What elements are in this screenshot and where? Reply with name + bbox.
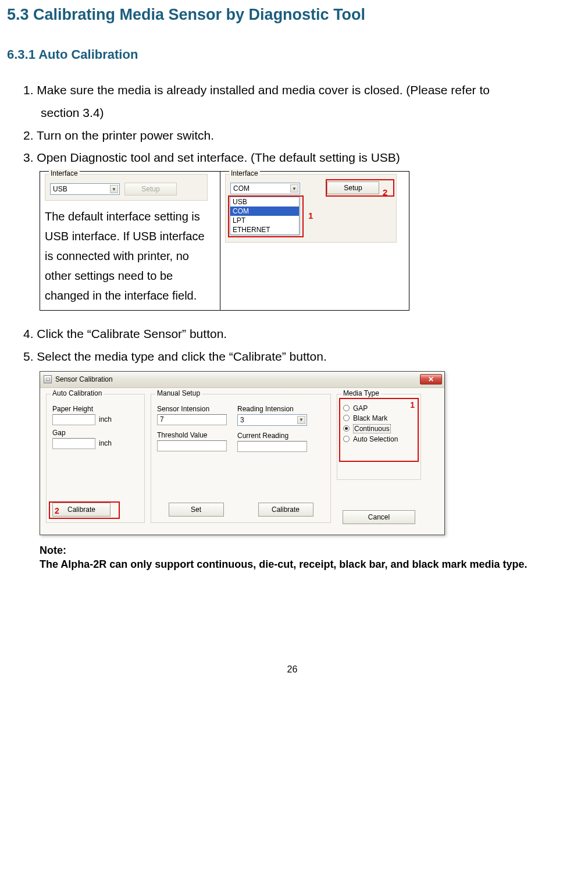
unit-label: inch — [99, 415, 112, 423]
manual-setup-group: Manual Setup Sensor Intension 7 Threshol… — [151, 394, 331, 523]
auto-calibration-group: Auto Calibration Paper Height inch Gap i… — [46, 394, 145, 523]
reading-intension-select[interactable]: 3 ▼ — [237, 414, 307, 426]
step-2: 2. Turn on the printer power switch. — [23, 125, 578, 147]
annotation-label-1: 1 — [308, 211, 313, 220]
step-1-cont: section 3.4) — [23, 102, 578, 124]
page-number: 26 — [7, 664, 578, 675]
option-lpt[interactable]: LPT — [230, 216, 299, 225]
interface-select-usb[interactable]: USB ▼ — [50, 183, 120, 195]
step-text: 5. Select the media type and click the “… — [23, 350, 327, 363]
gap-label: Gap — [52, 429, 138, 437]
option-usb[interactable]: USB — [230, 197, 299, 207]
interface-options-list[interactable]: USB COM LPT ETHERNET — [230, 197, 300, 235]
threshold-value-label: Threshold Value — [157, 431, 227, 439]
current-reading-input[interactable] — [237, 441, 307, 452]
option-com[interactable]: COM — [230, 207, 299, 216]
button-label: Calibrate — [272, 506, 300, 514]
step-4: 4. Click the “Calibrate Sensor” button. — [23, 323, 578, 345]
dialog-titlebar: ☐ Sensor Calibration ✕ — [40, 372, 444, 388]
paper-height-input[interactable] — [52, 414, 95, 425]
button-label: Cancel — [368, 513, 390, 521]
sensor-intension-label: Sensor Intension — [157, 405, 227, 413]
group-label: Interface — [229, 169, 260, 177]
step-text: section 3.4) — [41, 106, 104, 119]
dialog-body: Auto Calibration Paper Height inch Gap i… — [40, 388, 444, 535]
chevron-down-icon: ▼ — [290, 184, 298, 193]
right-column: Media Type 1 GAP Black Mark Continuous — [337, 394, 421, 524]
interface-select-com[interactable]: COM ▼ — [230, 183, 300, 194]
button-label: Set — [191, 506, 201, 514]
step-text: 1. Make sure the media is already instal… — [23, 83, 490, 97]
step-1: 1. Make sure the media is already instal… — [23, 80, 578, 101]
select-value: USB — [53, 185, 67, 193]
option-ethernet[interactable]: ETHERNET — [230, 225, 299, 234]
unit-label: inch — [99, 439, 112, 447]
chevron-down-icon: ▼ — [297, 416, 305, 424]
step-text: 4. Click the “Calibrate Sensor” button. — [23, 327, 227, 340]
close-button[interactable]: ✕ — [420, 374, 442, 385]
media-type-group: Media Type 1 GAP Black Mark Continuous — [337, 394, 421, 480]
subsection-heading: 6.3.1 Auto Calibration — [7, 47, 578, 62]
annotation-box-1: USB COM LPT ETHERNET — [228, 195, 304, 237]
manual-calibrate-button[interactable]: Calibrate — [258, 503, 313, 517]
note-block: Note: The Alpha-2R can only support cont… — [40, 543, 569, 572]
set-button[interactable]: Set — [169, 503, 224, 517]
steps-block-2: 4. Click the “Calibrate Sensor” button. … — [7, 323, 578, 368]
note-heading: Note: — [40, 543, 569, 557]
interface-cell-usb: Interface USB ▼ Setup The default interf… — [40, 172, 220, 311]
annotation-label-1: 1 — [410, 400, 415, 410]
interface-desc: The default interface setting is USB int… — [45, 207, 215, 305]
app-icon: ☐ — [44, 375, 52, 383]
step-text: 2. Turn on the printer power switch. — [23, 129, 214, 142]
group-label: Auto Calibration — [51, 389, 104, 397]
reading-intension-label: Reading Intension — [237, 405, 307, 413]
section-heading: 5.3 Calibrating Media Sensor by Diagnost… — [7, 6, 578, 24]
close-icon: ✕ — [428, 375, 434, 383]
annotation-box-media — [339, 398, 419, 462]
cancel-button[interactable]: Cancel — [343, 510, 415, 524]
group-label: Interface — [49, 169, 80, 177]
interface-group-usb: Interface USB ▼ Setup — [45, 174, 208, 201]
step-text: 3. Open Diagnostic tool and set interfac… — [23, 151, 400, 164]
select-value: 3 — [240, 416, 244, 424]
setup-button[interactable]: Setup — [327, 181, 379, 194]
steps-block: 1. Make sure the media is already instal… — [7, 80, 578, 169]
sensor-intension-input[interactable]: 7 — [157, 414, 227, 425]
dialog-title: Sensor Calibration — [55, 375, 113, 383]
current-reading-label: Current Reading — [237, 432, 307, 440]
sensor-calibration-dialog: ☐ Sensor Calibration ✕ Auto Calibration … — [40, 371, 445, 535]
annotation-box-calibrate — [49, 501, 120, 519]
interface-cell-com: Interface COM ▼ Setup 2 — [220, 172, 409, 311]
paper-height-label: Paper Height — [52, 405, 138, 413]
button-label: Setup — [141, 185, 159, 193]
step-5: 5. Select the media type and click the “… — [23, 346, 578, 368]
note-text: The Alpha-2R can only support continuous… — [40, 557, 569, 571]
group-label: Manual Setup — [155, 389, 202, 397]
chevron-down-icon: ▼ — [110, 185, 118, 193]
group-label: Media Type — [341, 389, 381, 397]
select-value: COM — [233, 184, 250, 193]
threshold-value-input[interactable] — [157, 440, 227, 451]
button-label: Setup — [344, 184, 362, 192]
setup-button-disabled: Setup — [124, 183, 177, 195]
gap-input[interactable] — [52, 438, 95, 449]
interface-group-com: Interface COM ▼ Setup 2 — [225, 174, 397, 243]
step-3: 3. Open Diagnostic tool and set interfac… — [23, 147, 578, 169]
interface-comparison-table: Interface USB ▼ Setup The default interf… — [40, 171, 409, 311]
annotation-label-2: 2 — [55, 506, 59, 515]
